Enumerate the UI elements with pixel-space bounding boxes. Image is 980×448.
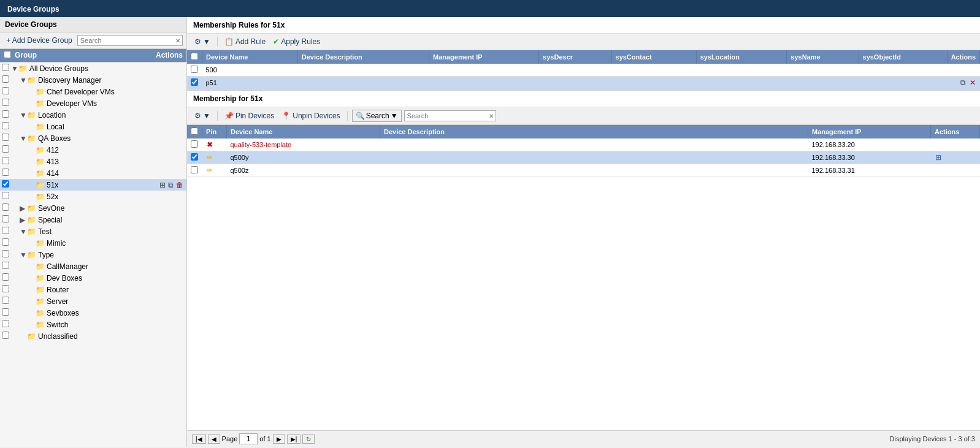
tree-cb-chef-developer-vms[interactable] <box>2 87 9 94</box>
tree-select-all-checkbox[interactable] <box>4 51 11 58</box>
toggle-sev-one[interactable]: ▶ <box>20 204 27 213</box>
tree-item-special[interactable]: ▶ 📁 Special <box>0 214 186 226</box>
search-dropdown-button[interactable]: 🔍 Search ▼ <box>352 110 402 122</box>
last-page-button[interactable]: ▶| <box>287 435 301 444</box>
app-title: Device Groups <box>7 5 59 13</box>
tree-cb-discovery-manager[interactable] <box>2 75 9 83</box>
p51-copy-icon[interactable]: ⧉ <box>960 78 967 87</box>
51x-action-delete[interactable]: 🗑 <box>175 181 184 189</box>
apply-rules-button[interactable]: ✔ Apply Rules <box>270 36 323 47</box>
tree-item-local[interactable]: ▶ 📁 Local <box>0 121 186 132</box>
refresh-button[interactable]: ↻ <box>302 435 315 444</box>
tree-cb-sev-one[interactable] <box>2 203 9 211</box>
toggle-location[interactable]: ▼ <box>20 111 27 120</box>
tree-scroll[interactable]: ▼ 📁 All Device Groups ▼ 📁 Discovery Mana… <box>0 63 186 447</box>
q500y-action-icon[interactable]: ⊞ <box>935 153 942 162</box>
tree-cb-test[interactable] <box>2 227 9 234</box>
prev-page-button[interactable]: ◀ <box>208 435 220 444</box>
folder-icon-server: 📁 <box>36 297 45 306</box>
tree-cb-router[interactable] <box>2 285 9 292</box>
page-number-input[interactable] <box>239 433 258 444</box>
toggle-special[interactable]: ▶ <box>20 216 27 224</box>
tree-cb-dev-boxes[interactable] <box>2 273 9 281</box>
q500z-pin-icon[interactable]: ✏ <box>206 166 213 175</box>
tree-item-all-device-groups[interactable]: ▼ 📁 All Device Groups <box>0 63 186 74</box>
mem-row-q533-cb[interactable] <box>191 140 198 148</box>
tree-cb-local[interactable] <box>2 122 9 129</box>
tree-item-chef-developer-vms[interactable]: ▶ 📁 Chef Developer VMs <box>0 86 186 97</box>
tree-item-sev-one[interactable]: ▶ 📁 SevOne <box>0 202 186 214</box>
tree-item-sevboxes[interactable]: ▶ 📁 Sevboxes <box>0 307 186 319</box>
tree-cb-51x[interactable] <box>2 180 9 188</box>
apply-rules-icon: ✔ <box>273 37 279 46</box>
tree-cb-special[interactable] <box>2 215 9 222</box>
51x-action-copy[interactable]: ⧉ <box>167 181 174 189</box>
unpin-devices-button[interactable]: 📍 Unpin Devices <box>279 110 342 121</box>
tree-item-414[interactable]: ▶ 📁 414 <box>0 167 186 179</box>
toggle-all-device-groups[interactable]: ▼ <box>11 64 18 73</box>
pin-devices-button[interactable]: 📌 Pin Devices <box>222 110 277 121</box>
tree-cb-52x[interactable] <box>2 192 9 199</box>
membership-search-clear[interactable]: ✕ <box>488 113 495 120</box>
tree-item-52x[interactable]: ▶ 📁 52x <box>0 191 186 202</box>
toggle-qa-boxes[interactable]: ▼ <box>20 134 27 143</box>
tree-cb-type[interactable] <box>2 250 9 257</box>
tree-item-412[interactable]: ▶ 📁 412 <box>0 144 186 156</box>
membership-settings-button[interactable]: ⚙ ▼ <box>192 110 213 121</box>
mem-row-q500y[interactable]: ✏ q500y 192.168.33.30 ⊞ <box>187 151 980 164</box>
tree-item-51x[interactable]: ▶ 📁 51x ⊞ ⧉ 🗑 <box>0 179 186 191</box>
tree-cb-unclassified[interactable] <box>2 332 9 339</box>
tree-item-switch[interactable]: ▶ 📁 Switch <box>0 319 186 330</box>
tree-item-discovery-manager[interactable]: ▼ 📁 Discovery Manager <box>0 74 186 86</box>
membership-search-input[interactable] <box>404 110 496 121</box>
p51-delete-icon[interactable]: ✕ <box>969 78 976 87</box>
rules-settings-button[interactable]: ⚙ ▼ <box>192 36 213 47</box>
tree-cb-switch[interactable] <box>2 320 9 327</box>
q500y-pin-icon[interactable]: ✏ <box>206 153 213 162</box>
mem-row-quality-533[interactable]: ✖ quality-533-template 192.168.33.20 <box>187 139 980 151</box>
left-search-input[interactable] <box>77 35 183 46</box>
tree-cb-server[interactable] <box>2 297 9 304</box>
tree-cb-location[interactable] <box>2 110 9 118</box>
tree-cb-qa-boxes[interactable] <box>2 134 9 141</box>
tree-cb-developer-vms[interactable] <box>2 99 9 106</box>
tree-item-unclassified[interactable]: ▶ 📁 Unclassified <box>0 330 186 342</box>
rules-row-500[interactable]: 500 <box>187 64 980 77</box>
mem-select-all[interactable] <box>191 127 198 135</box>
tree-item-mimic[interactable]: ▶ 📁 Mimic <box>0 237 186 249</box>
tree-cb-mimic[interactable] <box>2 238 9 246</box>
rules-row-p51-cb[interactable] <box>191 78 198 86</box>
tree-item-413[interactable]: ▶ 📁 413 <box>0 156 186 167</box>
toggle-type[interactable]: ▼ <box>20 251 27 259</box>
51x-action-edit[interactable]: ⊞ <box>159 181 166 189</box>
add-rule-button[interactable]: 📋 Add Rule <box>222 36 268 47</box>
add-group-button[interactable]: + Add Device Group <box>4 35 75 46</box>
rules-row-p51[interactable]: p51 ⧉ ✕ <box>187 77 980 89</box>
mem-row-q500z[interactable]: ✏ q500z 192.168.33.31 <box>187 164 980 177</box>
tree-item-location[interactable]: ▼ 📁 Location <box>0 109 186 121</box>
tree-cb-414[interactable] <box>2 169 9 176</box>
tree-item-qa-boxes[interactable]: ▼ 📁 QA Boxes <box>0 132 186 144</box>
next-page-button[interactable]: ▶ <box>273 435 285 444</box>
tree-cb-sevboxes[interactable] <box>2 308 9 316</box>
rules-select-all[interactable] <box>191 53 198 60</box>
tree-item-dev-boxes[interactable]: ▶ 📁 Dev Boxes <box>0 272 186 284</box>
mem-row-q500y-cb[interactable] <box>191 153 198 161</box>
tree-item-callmanager[interactable]: ▶ 📁 CallManager <box>0 260 186 272</box>
tree-cb-412[interactable] <box>2 145 9 153</box>
tree-cb-413[interactable] <box>2 157 9 164</box>
toggle-test[interactable]: ▼ <box>20 227 27 236</box>
left-search-clear[interactable]: ✕ <box>174 37 182 44</box>
tree-item-developer-vms[interactable]: ▶ 📁 Developer VMs <box>0 97 186 109</box>
toggle-discovery-manager[interactable]: ▼ <box>20 76 27 85</box>
tree-item-server[interactable]: ▶ 📁 Server <box>0 295 186 307</box>
tree-item-type[interactable]: ▼ 📁 Type <box>0 249 186 260</box>
q533-pin-icon[interactable]: ✖ <box>206 140 213 149</box>
tree-cb-all-device-groups[interactable] <box>2 64 9 71</box>
tree-item-router[interactable]: ▶ 📁 Router <box>0 284 186 295</box>
tree-cb-callmanager[interactable] <box>2 262 9 269</box>
tree-item-test[interactable]: ▼ 📁 Test <box>0 226 186 237</box>
first-page-button[interactable]: |◀ <box>192 435 206 444</box>
rules-row-500-cb[interactable] <box>191 66 198 73</box>
mem-row-q500z-cb[interactable] <box>191 166 198 173</box>
